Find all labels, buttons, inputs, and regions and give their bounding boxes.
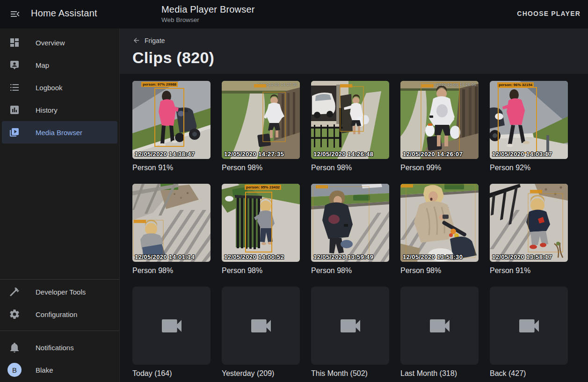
video-camera-icon (248, 313, 274, 339)
folder-tile[interactable] (400, 287, 479, 365)
clip-label: Person 98% (311, 164, 389, 172)
clip-timestamp-overlay: 12/05/2020 14:03:17 (492, 151, 552, 158)
clip-card[interactable]: person: 95% 23432 12/05/2020 14:00:52 Pe… (222, 184, 300, 275)
clip-timestamp-overlay: 12/05/2020 13:58:30 (403, 253, 463, 260)
dashboard-icon (9, 37, 20, 48)
clip-timestamp-overlay: 12/05/2020 14:26:48 (313, 151, 373, 158)
media-play-box-icon (9, 127, 20, 138)
clip-card[interactable]: 12/05/2020 13:58:30 Person 98% (400, 184, 479, 275)
user-name: Blake (36, 366, 53, 374)
sidebar-item-history[interactable]: History (2, 99, 117, 121)
sidebar-item-map[interactable]: Map (2, 54, 117, 76)
clip-label: Person 98% (400, 267, 479, 275)
folder-card-back[interactable]: Back (427) (490, 287, 568, 378)
video-camera-icon (159, 313, 185, 339)
clip-card[interactable]: 12/05/2020 13:59:49 Person 98% (311, 184, 389, 275)
folder-label: Today (164) (132, 369, 211, 378)
content-header: Frigate Clips (820) (120, 29, 588, 74)
clip-label: Person 98% (311, 267, 389, 275)
folder-card-yesterday[interactable]: Yesterday (209) (222, 287, 300, 378)
detection-label (421, 84, 434, 87)
page-title: Clips (820) (132, 49, 588, 67)
sidebar-item-label: Configuration (36, 310, 77, 318)
folder-tile[interactable] (222, 287, 300, 365)
clip-card[interactable]: 2020-12-05 14:26:06 12/05/2020 14:26:07 … (400, 81, 479, 172)
camera-osd-timestamp: 2020-12-05 14:26:06 (436, 82, 476, 87)
clip-thumbnail[interactable]: 2020-12-05 14:27:36 12/05/2020 14:27:35 (222, 81, 300, 159)
folder-label: This Month (502) (311, 369, 389, 378)
clip-label: Person 98% (222, 164, 300, 172)
folder-tile[interactable] (490, 287, 568, 365)
clip-thumbnail[interactable]: 2020-12-05 14:26:06 12/05/2020 14:26:07 (400, 81, 479, 159)
account-map-icon (9, 59, 20, 71)
clip-scene-image (311, 184, 389, 262)
clip-thumbnail[interactable]: 12/05/2020 14:01:14 (132, 184, 211, 262)
clip-timestamp-overlay: 12/05/2020 14:27:35 (224, 151, 284, 158)
clip-scene-image (490, 81, 568, 159)
clip-scene-image (400, 184, 479, 262)
gear-icon (9, 309, 20, 320)
panel-title: Media Player Browser (161, 4, 255, 15)
sidebar: Overview Map Logbook History (0, 29, 120, 382)
detection-label (316, 185, 328, 188)
bell-icon (9, 342, 20, 353)
clip-label: Person 98% (222, 267, 300, 275)
sidebar-spacer (0, 144, 119, 279)
clip-thumbnail[interactable]: 12/05/2020 14:26:48 (311, 81, 389, 159)
sidebar-item-developer-tools[interactable]: Developer Tools (2, 281, 117, 303)
clip-label: Person 99% (400, 164, 479, 172)
clip-thumbnail[interactable]: 12/05/2020 13:58:17 (490, 184, 568, 262)
clip-label: Person 92% (490, 164, 568, 172)
clip-card[interactable]: 12/05/2020 14:01:14 Person 98% (132, 184, 211, 275)
clip-thumbnail[interactable]: person: 97% 29988 12/05/2020 14:38:47 (132, 81, 211, 159)
sidebar-item-logbook[interactable]: Logbook (2, 76, 117, 99)
clip-thumbnail[interactable]: person: 96% 32154 12/05/2020 14:03:17 (490, 81, 568, 159)
clip-thumbnail[interactable]: 12/05/2020 13:59:49 (311, 184, 389, 262)
clip-timestamp-overlay: 12/05/2020 14:38:47 (135, 151, 195, 158)
sidebar-item-notifications[interactable]: Notifications (2, 336, 117, 359)
clip-card[interactable]: 12/05/2020 13:58:17 Person 91% (490, 184, 568, 275)
detection-label (134, 220, 146, 223)
clip-scene-image (400, 81, 479, 159)
clip-label: Person 91% (490, 267, 568, 275)
arrow-left-icon (132, 36, 140, 44)
sidebar-footer-group: Notifications B Blake (0, 331, 119, 382)
clip-card[interactable]: 2020-12-05 14:27:36 12/05/2020 14:27:35 … (222, 81, 300, 172)
sidebar-toggle-button[interactable] (9, 8, 21, 20)
clip-scene-image (490, 184, 568, 262)
folder-tile[interactable] (311, 287, 389, 365)
sidebar-item-overview[interactable]: Overview (2, 31, 117, 54)
clip-thumbnail[interactable]: person: 95% 23432 12/05/2020 14:00:52 (222, 184, 300, 262)
folder-card-this-month[interactable]: This Month (502) (311, 287, 389, 378)
sidebar-item-configuration[interactable]: Configuration (2, 303, 117, 325)
clip-label: Person 91% (132, 164, 211, 172)
clip-thumbnail[interactable]: 12/05/2020 13:58:30 (400, 184, 479, 262)
sidebar-item-user[interactable]: B Blake (2, 359, 117, 381)
clip-scene-image (311, 81, 389, 159)
sidebar-item-media-browser[interactable]: Media Browser (2, 121, 117, 144)
clip-scene-image (222, 184, 300, 262)
folder-label: Back (427) (490, 369, 568, 378)
folder-card-today[interactable]: Today (164) (132, 287, 211, 378)
breadcrumb-back-button[interactable]: Frigate (132, 36, 165, 44)
bar-chart-icon (9, 104, 20, 115)
folder-tile[interactable] (132, 287, 211, 365)
clip-card[interactable]: 12/05/2020 14:26:48 Person 98% (311, 81, 389, 172)
video-camera-icon (516, 313, 542, 339)
clip-timestamp-overlay: 12/05/2020 13:59:49 (313, 253, 373, 260)
folder-card-last-month[interactable]: Last Month (318) (400, 287, 479, 378)
detection-label: person: 95% 23432 (245, 185, 281, 190)
user-avatar: B (7, 363, 22, 377)
clip-timestamp-overlay: 12/05/2020 14:26:07 (403, 151, 463, 158)
breadcrumb-label: Frigate (145, 37, 165, 44)
choose-player-button[interactable]: CHOOSE PLAYER (517, 10, 581, 17)
folder-label: Yesterday (209) (222, 369, 300, 378)
sidebar-item-label: Logbook (36, 84, 63, 92)
clip-card[interactable]: person: 97% 29988 12/05/2020 14:38:47 Pe… (132, 81, 211, 172)
sidebar-item-label: Developer Tools (36, 288, 86, 296)
detection-label (340, 84, 352, 87)
detection-label: person: 97% 29988 (141, 82, 178, 87)
clip-timestamp-overlay: 12/05/2020 14:01:14 (135, 253, 195, 260)
clip-card[interactable]: person: 96% 32154 12/05/2020 14:03:17 Pe… (490, 81, 568, 172)
sidebar-item-label: Media Browser (36, 129, 82, 137)
